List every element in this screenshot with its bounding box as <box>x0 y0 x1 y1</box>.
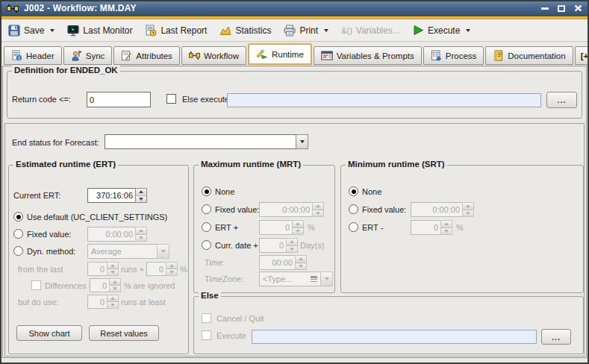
save-button[interactable]: Save <box>8 25 54 37</box>
runs-percent-input <box>146 262 166 276</box>
mrt-timezone-combobox: <Type... <box>259 272 333 286</box>
spinner-buttons <box>462 202 474 217</box>
ert-fixed-value-radio[interactable] <box>13 229 23 239</box>
tab-label: Workflow <box>204 51 239 60</box>
print-dropdown-icon[interactable] <box>324 29 328 32</box>
tab-attributes[interactable]: Attributes <box>113 46 180 65</box>
srt-none-radio[interactable] <box>349 186 358 196</box>
spinner-up-icon <box>466 204 470 207</box>
mrt-timezone-value: <Type... <box>263 274 292 283</box>
forecast-status-value[interactable] <box>105 134 296 149</box>
tab-add[interactable]: [+] <box>575 46 589 65</box>
use-default-radio[interactable] <box>13 212 23 222</box>
forecast-dropdown-button[interactable] <box>296 134 308 149</box>
ert-fixed-value-spinner <box>87 227 147 242</box>
mrt-ert-plus-radio[interactable] <box>202 222 211 232</box>
mrt-none-radio[interactable] <box>202 186 211 196</box>
definition-group: Definition for ENDED_OK Return code <=: … <box>7 71 582 119</box>
variables-button: &() Variables... <box>341 25 400 36</box>
tab-workflow[interactable]: Workflow <box>181 46 246 65</box>
save-dropdown-icon[interactable] <box>50 29 54 32</box>
tab-process[interactable]: Process <box>423 46 484 65</box>
execute-icon <box>413 25 424 36</box>
srt-fixed-input <box>411 202 462 217</box>
execute-button[interactable]: Execute <box>413 25 470 36</box>
mrt-time-spinner <box>259 255 307 270</box>
mrt-time-label: Time: <box>205 258 225 267</box>
chevron-down-icon <box>325 277 329 280</box>
monitor-icon <box>67 25 79 37</box>
else-execute-checkbox[interactable] <box>166 94 176 104</box>
use-default-label: Use default (UC_CLIENT_SETTINGS) <box>27 213 167 222</box>
srt-group: Minimum runtime (SRT) None Fixed value: … <box>340 165 584 293</box>
runtime-subpanel: End status for Forecast: Estimated runti… <box>4 123 585 357</box>
print-button[interactable]: Print <box>284 25 328 37</box>
current-ert-spinner[interactable] <box>87 188 147 203</box>
from-last-label: from the last <box>18 265 63 274</box>
but-use-input <box>87 295 107 309</box>
reset-values-button[interactable]: Reset values <box>89 325 159 341</box>
tab-sync[interactable]: Sync <box>63 46 113 65</box>
last-monitor-label: Last Monitor <box>83 25 132 36</box>
spinner-down-icon <box>299 265 303 268</box>
title-bar: J002 - Workflow: MM.DAY <box>0 0 589 16</box>
else-execute-checkbox <box>202 330 211 340</box>
minimize-icon[interactable] <box>541 7 549 10</box>
spinner-down-icon <box>169 271 174 274</box>
srt-fixed-radio[interactable] <box>349 204 358 214</box>
current-ert-label: Current ERT: <box>13 191 60 200</box>
mrt-none-label: None <box>215 187 234 196</box>
show-chart-button[interactable]: Show chart <box>16 325 82 341</box>
last-report-button[interactable]: Last Report <box>145 25 207 37</box>
percent-label: % <box>180 265 187 274</box>
spinner-buttons <box>135 227 147 242</box>
current-ert-input[interactable] <box>87 188 135 203</box>
variables-icon: &() <box>341 26 352 35</box>
else-execute-label: Else execute: <box>182 95 231 104</box>
spinner-up-icon <box>316 204 320 207</box>
close-icon[interactable] <box>574 4 582 12</box>
tab-variables-prompts[interactable]: Variables & Prompts <box>314 46 422 65</box>
add-tab-label: [+] <box>581 51 589 60</box>
dyn-method-dropdown-button <box>157 244 169 259</box>
spinner-buttons <box>286 238 298 253</box>
else-browse-button[interactable]: ... <box>541 329 571 345</box>
spinner-down-icon <box>110 304 115 307</box>
mrt-fixed-radio[interactable] <box>202 204 211 214</box>
last-monitor-button[interactable]: Last Monitor <box>67 25 132 37</box>
definition-legend: Definition for ENDED_OK <box>12 66 120 75</box>
tab-strip: Header Sync Attributes <box>4 43 589 65</box>
spinner-down-icon <box>296 230 300 233</box>
forecast-status-combobox[interactable] <box>105 134 308 149</box>
execute-label: Execute <box>428 25 460 36</box>
runtime-content-panel: Definition for ENDED_OK Return code <=: … <box>2 66 587 358</box>
spinner-down-icon <box>139 198 143 201</box>
statistics-button[interactable]: Statistics <box>219 25 271 37</box>
but-use-label: but do use: <box>18 298 58 307</box>
return-code-input[interactable] <box>87 92 151 107</box>
runs-plus-label: runs + <box>121 265 144 274</box>
mrt-curr-date-radio[interactable] <box>202 240 211 250</box>
maximize-icon[interactable] <box>558 5 565 12</box>
else-execute-browse-button[interactable]: ... <box>546 92 577 108</box>
spinner-up-icon <box>113 280 117 283</box>
differences-label: Differences > <box>45 281 93 290</box>
print-label: Print <box>299 25 318 36</box>
srt-ert-minus-radio[interactable] <box>349 222 358 232</box>
documentation-tab-icon <box>493 50 504 61</box>
execute-dropdown-icon[interactable] <box>466 29 470 32</box>
mrt-ert-plus-label: ERT + <box>215 223 238 232</box>
dyn-method-radio[interactable] <box>13 246 23 256</box>
tab-header[interactable]: Header <box>4 46 62 65</box>
spinner-buttons[interactable] <box>135 188 147 203</box>
tab-label: Variables & Prompts <box>337 51 414 60</box>
differences-input <box>90 278 109 292</box>
differences-spinner <box>90 278 121 292</box>
tab-runtime[interactable]: Runtime <box>248 43 312 65</box>
spinner-up-icon <box>139 190 143 193</box>
else-execute-input[interactable] <box>227 93 541 107</box>
tab-documentation[interactable]: Documentation <box>485 46 573 65</box>
cancel-quit-checkbox <box>202 313 211 323</box>
at-least-label: runs at least <box>121 298 166 307</box>
tab-label: Process <box>446 51 477 60</box>
